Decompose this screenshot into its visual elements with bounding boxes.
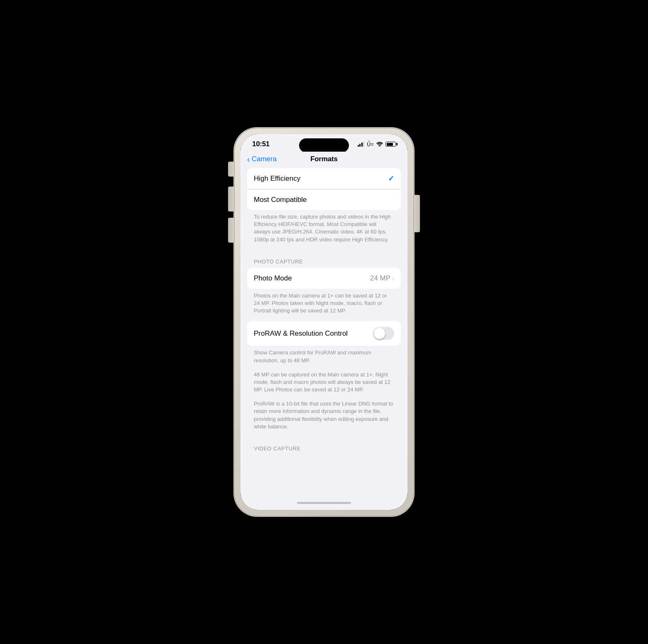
- navigation-bar: ‹ Camera Formats: [241, 152, 407, 168]
- proraw-footer1: Show Camera control for ProRAW and maxim…: [241, 346, 407, 371]
- volume-up-button[interactable]: [228, 187, 234, 211]
- photo-mode-value: 24 MP ›: [370, 274, 394, 283]
- photo-mode-mp: 24 MP: [370, 274, 390, 283]
- proraw-footer3: ProRAW is a 10-bit file that uses the Li…: [241, 400, 407, 437]
- photo-mode-row[interactable]: Photo Mode 24 MP ›: [247, 268, 401, 289]
- proraw-toggle[interactable]: [373, 327, 394, 340]
- selected-checkmark: ✓: [388, 174, 394, 183]
- battery-fill: [387, 143, 393, 146]
- photo-mode-card: Photo Mode 24 MP ›: [247, 268, 401, 289]
- wifi-icon: [376, 142, 383, 147]
- signal-bar-4: [363, 142, 364, 147]
- back-button[interactable]: ‹ Camera: [247, 155, 277, 163]
- format-options-card: High Efficiency ✓ Most Compatible: [247, 168, 401, 210]
- home-bar: [297, 502, 351, 504]
- toggle-thumb: [374, 328, 385, 339]
- photo-mode-chevron-icon: ›: [392, 275, 394, 282]
- back-label: Camera: [252, 155, 277, 163]
- screen-content: 10:51 Ǘ▿: [241, 134, 407, 510]
- format-section: High Efficiency ✓ Most Compatible To red…: [241, 168, 407, 250]
- photo-capture-header: PHOTO CAPTURE: [241, 250, 407, 268]
- video-capture-header: VIDEO CAPTURE: [241, 437, 407, 455]
- high-efficiency-label: High Efficiency: [254, 175, 300, 183]
- power-button[interactable]: [414, 195, 420, 232]
- phone-screen: 10:51 Ǘ▿: [241, 134, 407, 510]
- photo-capture-section: PHOTO CAPTURE Photo Mode 24 MP › Photos …: [241, 250, 407, 437]
- photo-mode-label: Photo Mode: [254, 274, 292, 283]
- proraw-card: ProRAW & Resolution Control: [247, 321, 401, 346]
- proraw-footer2: 48 MP can be captured on the Main camera…: [241, 371, 407, 401]
- phone-frame: 10:51 Ǘ▿: [235, 128, 413, 516]
- proraw-label: ProRAW & Resolution Control: [254, 329, 348, 338]
- high-efficiency-row[interactable]: High Efficiency ✓: [247, 168, 401, 189]
- status-time: 10:51: [252, 140, 270, 148]
- signal-bar-2: [359, 144, 361, 147]
- dynamic-island: [299, 138, 349, 152]
- battery-icon: [385, 142, 396, 147]
- most-compatible-label: Most Compatible: [254, 196, 307, 204]
- video-capture-section: VIDEO CAPTURE: [241, 437, 407, 455]
- mute-switch[interactable]: [228, 162, 234, 177]
- page-title: Formats: [310, 155, 338, 163]
- back-chevron-icon: ‹: [247, 155, 250, 163]
- signal-bar-3: [361, 143, 363, 147]
- signal-bar-1: [358, 145, 359, 147]
- most-compatible-row[interactable]: Most Compatible: [247, 189, 401, 210]
- photo-mode-footer: Photos on the Main camera at 1× can be s…: [241, 289, 407, 322]
- proraw-row[interactable]: ProRAW & Resolution Control: [247, 321, 401, 346]
- wifi-icon: Ǘ▿: [367, 141, 374, 147]
- home-indicator: [241, 496, 407, 510]
- signal-icon: [358, 142, 365, 147]
- status-bar: 10:51 Ǘ▿: [241, 134, 407, 152]
- svg-point-0: [379, 146, 380, 147]
- settings-content[interactable]: High Efficiency ✓ Most Compatible To red…: [241, 168, 407, 496]
- format-footer: To reduce file size, capture photos and …: [241, 210, 407, 250]
- status-icons: Ǘ▿: [358, 141, 396, 147]
- volume-down-button[interactable]: [228, 218, 234, 243]
